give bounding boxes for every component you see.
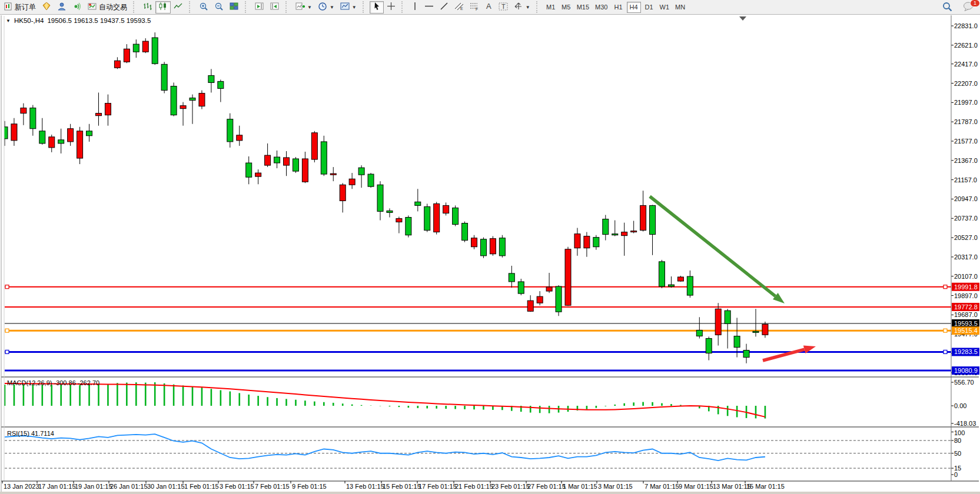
timeframe-m5[interactable]: M5	[559, 2, 573, 13]
price-tick-label: 22417.0	[954, 61, 978, 68]
new-order-icon	[4, 2, 13, 12]
candle-body	[659, 262, 665, 286]
rsi-tick-label: 0	[954, 471, 958, 478]
chevron-down-icon: ▼	[307, 5, 312, 10]
line-handle[interactable]	[944, 350, 947, 353]
candle-body	[302, 159, 308, 182]
bar-chart-button[interactable]	[140, 1, 155, 14]
text-button[interactable]: A	[482, 1, 496, 14]
trendline-icon	[440, 2, 449, 12]
candle-body	[377, 185, 383, 211]
horizontal-line-icon	[424, 2, 434, 12]
time-tick-label: 15 Mar 01:15	[746, 483, 785, 490]
timeframe-m30[interactable]: M30	[593, 2, 610, 13]
zoom-in-button[interactable]	[196, 1, 211, 14]
label-button[interactable]: T	[496, 1, 511, 14]
vertical-line-icon	[411, 2, 418, 12]
tile-windows-button[interactable]	[227, 1, 242, 14]
timeframe-h1[interactable]: H1	[612, 2, 626, 13]
candle-body	[255, 173, 261, 176]
line-handle[interactable]	[5, 350, 9, 353]
timeframe-group: M1M5M15M30H1H4D1W1MN	[543, 0, 688, 15]
candle-body	[584, 236, 590, 248]
candle-body	[39, 131, 45, 143]
line-chart-button[interactable]	[171, 1, 186, 14]
svg-text:E: E	[460, 6, 463, 11]
vertical-line-button[interactable]	[408, 1, 421, 14]
price-tick-label: 20527.0	[954, 234, 978, 241]
crosshair-button[interactable]	[384, 1, 398, 14]
candle-body	[330, 173, 336, 175]
fibonacci-button[interactable]: F	[467, 1, 482, 14]
template-button[interactable]: ▼	[337, 1, 360, 14]
candle-body	[453, 208, 459, 224]
channel-button[interactable]: E	[451, 1, 467, 14]
timeframe-d1[interactable]: D1	[642, 2, 656, 13]
macd-tick-label: -418.03	[954, 420, 976, 427]
chart-canvas[interactable]: 22831.022621.022417.022207.021997.021787…	[0, 15, 980, 494]
svg-text:T: T	[501, 3, 506, 10]
add-indicator-button[interactable]: ▼	[293, 1, 315, 14]
chart-shift-button[interactable]	[252, 1, 267, 14]
window-bottom-strip	[0, 492, 980, 494]
chevron-down-icon: ▼	[526, 5, 530, 10]
notifications-button[interactable]: 1	[960, 1, 976, 14]
candle-body	[340, 185, 346, 201]
candle-body	[743, 351, 749, 358]
candle-body	[349, 179, 355, 185]
toolbar-separator	[363, 1, 368, 13]
autotrading-button[interactable]: 自动交易	[85, 1, 130, 14]
candle-body	[565, 249, 571, 305]
notification-badge: 1	[970, 0, 980, 7]
toolbar-separator	[189, 1, 194, 13]
candle-body	[499, 238, 505, 256]
price-tick-label: 22831.0	[954, 22, 978, 29]
line-handle[interactable]	[944, 285, 947, 289]
search-button[interactable]	[939, 1, 955, 14]
rsi-tick-label: 80	[954, 437, 961, 444]
time-tick-label: 3 Feb 01:15	[220, 483, 254, 490]
candle-body	[171, 86, 177, 115]
trendline-button[interactable]	[437, 1, 451, 14]
shapes-button[interactable]: ▼	[511, 1, 533, 14]
profile-button[interactable]	[54, 1, 69, 14]
candle-body	[518, 282, 524, 293]
signal-button[interactable]	[69, 1, 85, 14]
candle-body	[424, 206, 430, 230]
candle-body	[227, 119, 233, 142]
candle-body	[133, 44, 139, 52]
price-tick-label: 21367.0	[954, 157, 978, 164]
line-handle[interactable]	[5, 285, 9, 289]
candle-body	[677, 277, 683, 281]
chart-window: 22831.022621.022417.022207.021997.021787…	[0, 15, 980, 494]
new-order-button[interactable]: 新订单	[1, 1, 39, 14]
price-tick-label: 21787.0	[954, 118, 978, 125]
timeframe-mn[interactable]: MN	[673, 2, 687, 13]
timeframe-m15[interactable]: M15	[574, 2, 592, 13]
timeframe-w1[interactable]: W1	[657, 2, 672, 13]
timeframe-h4[interactable]: H4	[627, 2, 641, 13]
rsi-label: RSI(15) 41.7114	[7, 430, 54, 437]
chart-autoscroll-button[interactable]	[267, 1, 283, 14]
candlestick-chart-button[interactable]	[155, 1, 171, 14]
line-handle[interactable]	[944, 329, 947, 332]
line-handle[interactable]	[5, 329, 9, 332]
time-tick-label: 9 Mar 01:15	[679, 483, 713, 490]
period-button[interactable]: ▼	[315, 1, 337, 14]
macd-label: MACD(12,26,9) -300.86 -262.70	[7, 379, 99, 386]
candle-body	[725, 311, 730, 323]
candle-body	[387, 211, 393, 212]
horizontal-line-button[interactable]	[421, 1, 437, 14]
chevron-down-icon: ▼	[330, 5, 334, 10]
zoom-out-button[interactable]	[211, 1, 227, 14]
price-tag-label: 19991.8	[954, 283, 978, 291]
candle-body	[696, 330, 702, 336]
candle-body	[668, 285, 674, 286]
svg-text:F: F	[476, 7, 478, 11]
toolbar-separator	[401, 1, 407, 13]
bar-chart-icon	[143, 2, 152, 12]
gem-button[interactable]	[39, 1, 54, 14]
time-tick-label: 30 Jan 01:15	[147, 483, 185, 490]
timeframe-m1[interactable]: M1	[544, 2, 558, 13]
cursor-button[interactable]	[370, 1, 384, 14]
